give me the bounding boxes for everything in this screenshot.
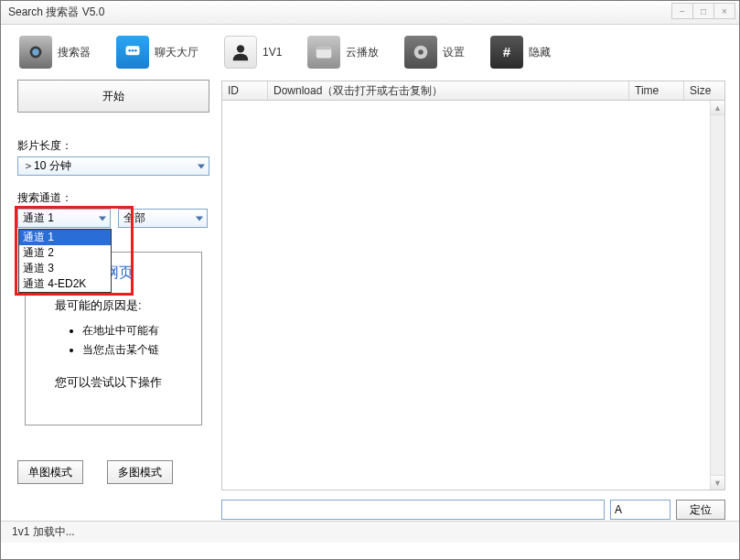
table-body[interactable]: ▲ ▼ [221,101,725,490]
info-try-heading: 您可以尝试以下操作 [55,374,196,391]
single-image-mode-label: 单图模式 [28,465,72,480]
window-controls: − □ × [672,3,735,19]
svg-point-6 [237,45,244,52]
duration-label: 影片长度： [17,138,209,154]
info-bullet: 当您点击某个链 [82,342,196,358]
toolbar-chat-label: 聊天大厅 [155,45,198,60]
vertical-scrollbar[interactable]: ▲ ▼ [710,101,724,490]
person-icon [224,36,257,69]
column-id[interactable]: ID [222,81,268,100]
window-title: Search 搜索器 V5.0 [8,5,104,20]
svg-point-5 [134,49,137,52]
channel-label: 搜索通道： [17,190,209,206]
duration-value: ＞10 分钟 [23,158,71,174]
svg-rect-8 [316,48,332,50]
channel-value: 通道 1 [23,210,54,226]
svg-text:#: # [503,44,511,59]
info-bullet: 在地址中可能有 [82,323,196,339]
single-image-mode-button[interactable]: 单图模式 [17,460,83,484]
toolbar-hide[interactable]: # 隐藏 [490,36,551,69]
camera-icon [19,36,52,69]
minimize-button[interactable]: − [671,3,693,19]
main-toolbar: 搜索器 聊天大厅 1V1 云播放 设置 # 隐藏 [1,25,739,76]
start-button[interactable]: 开始 [17,80,209,113]
channel-option-3[interactable]: 通道 3 [19,261,111,276]
left-panel: 开始 影片长度： ＞10 分钟 搜索通道： 通道 1 通道 1 通道 2 通道 … [17,80,209,521]
locate-button[interactable]: 定位 [676,500,725,520]
svg-point-4 [132,49,134,52]
toolbar-1v1-label: 1V1 [263,46,282,59]
channel-option-1[interactable]: 通道 1 [19,230,111,245]
content-area: 开始 影片长度： ＞10 分钟 搜索通道： 通道 1 通道 1 通道 2 通道 … [1,76,739,521]
hash-icon: # [490,36,523,69]
right-panel: ID Download（双击打开或右击复制） Time Size ▲ ▼ 定位 [220,80,726,521]
start-button-label: 开始 [102,89,124,104]
toolbar-cloud-play[interactable]: 云播放 [307,36,379,69]
filter-select[interactable]: 全部 [118,209,208,228]
info-bullet-list: 在地址中可能有 当您点击某个链 [82,323,196,358]
svg-point-3 [128,49,131,52]
channel-option-2[interactable]: 通道 2 [19,245,111,261]
bottom-row: 定位 [221,500,725,520]
status-text: 1v1 加载中... [12,524,75,540]
multi-image-mode-label: 多图模式 [118,465,162,480]
locate-button-label: 定位 [690,502,712,518]
duration-select[interactable]: ＞10 分钟 [17,156,209,176]
table-header: ID Download（双击打开或右击复制） Time Size [221,81,725,101]
filter-value: 全部 [123,210,145,226]
toolbar-searcher-label: 搜索器 [58,45,91,60]
toolbar-1v1[interactable]: 1V1 [224,36,282,69]
channel-row: 通道 1 通道 1 通道 2 通道 3 通道 4-ED2K 全部 [17,209,209,228]
maximize-button[interactable]: □ [692,3,714,19]
statusbar: 1v1 加载中... [1,521,739,543]
close-button[interactable]: × [713,3,735,19]
toolbar-settings-label: 设置 [443,45,465,60]
mode-buttons: 单图模式 多图模式 [17,460,209,484]
index-input[interactable] [610,500,670,520]
column-time[interactable]: Time [629,81,684,100]
toolbar-searcher[interactable]: 搜索器 [19,36,91,69]
scroll-up-icon[interactable]: ▲ [711,101,724,115]
toolbar-settings[interactable]: 设置 [404,36,465,69]
channel-option-4[interactable]: 通道 4-ED2K [19,276,111,292]
toolbar-cloud-play-label: 云播放 [346,45,379,60]
gear-icon [404,36,437,69]
toolbar-hide-label: 隐藏 [529,45,551,60]
info-reason-heading: 最可能的原因是: [55,297,196,314]
column-download[interactable]: Download（双击打开或右击复制） [268,81,629,100]
titlebar: Search 搜索器 V5.0 − □ × [1,1,739,25]
folder-icon [307,36,340,69]
multi-image-mode-button[interactable]: 多图模式 [107,460,173,484]
svg-point-1 [32,48,38,55]
channel-dropdown: 通道 1 通道 2 通道 3 通道 4-ED2K [18,229,112,293]
svg-point-10 [419,49,424,55]
scroll-down-icon[interactable]: ▼ [711,475,724,490]
toolbar-chat[interactable]: 聊天大厅 [116,36,198,69]
column-size[interactable]: Size [684,81,724,100]
chat-icon [116,36,149,69]
path-input[interactable] [221,500,605,520]
channel-select[interactable]: 通道 1 通道 1 通道 2 通道 3 通道 4-ED2K [17,209,111,228]
